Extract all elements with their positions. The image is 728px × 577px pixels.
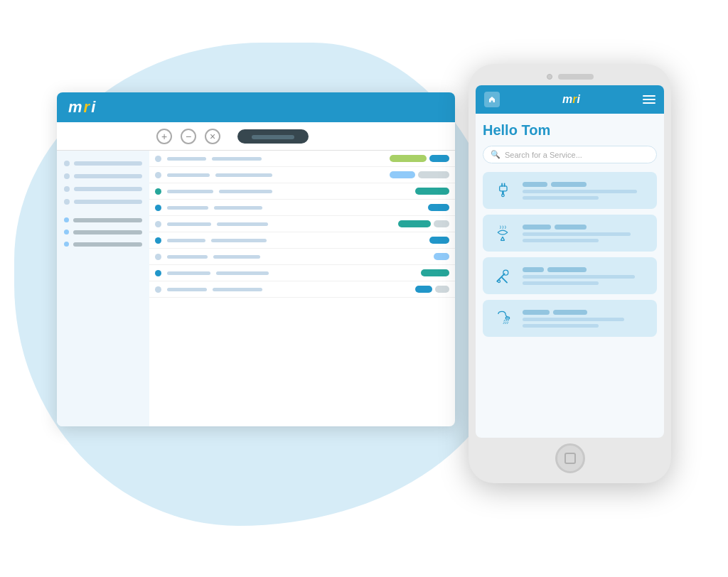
scene: m r i + − × bbox=[0, 0, 728, 577]
bbq-icon bbox=[490, 220, 515, 246]
logo-m: m bbox=[562, 93, 572, 106]
desktop-mockup: m r i + − × bbox=[57, 92, 455, 426]
desktop-main-content bbox=[149, 151, 455, 426]
sidebar-item bbox=[64, 161, 142, 166]
svg-line-10 bbox=[502, 278, 507, 283]
table-row bbox=[149, 200, 455, 216]
svg-line-17 bbox=[503, 322, 505, 324]
sidebar-sub-item bbox=[64, 217, 142, 222]
desktop-sidebar bbox=[57, 151, 149, 426]
table-row bbox=[149, 151, 455, 167]
phone-home-button-area bbox=[555, 443, 585, 473]
svg-line-6 bbox=[503, 237, 505, 240]
svg-point-9 bbox=[503, 270, 508, 275]
table-row bbox=[149, 281, 455, 298]
phone-content: Hello Tom 🔍 Search for a Service... bbox=[476, 114, 664, 438]
action-button[interactable] bbox=[237, 129, 309, 144]
logo-i: i bbox=[91, 98, 95, 117]
service-item-bbq[interactable] bbox=[483, 215, 657, 252]
svg-rect-13 bbox=[505, 317, 509, 319]
table-row bbox=[149, 216, 455, 232]
service-text-bbq bbox=[523, 225, 650, 242]
sidebar-sub-section bbox=[64, 217, 142, 247]
sidebar-item bbox=[64, 173, 142, 179]
logo-m: m bbox=[68, 98, 82, 117]
search-placeholder-text: Search for a Service... bbox=[505, 151, 582, 159]
home-button-inner bbox=[564, 453, 576, 464]
service-text-electricity bbox=[523, 182, 650, 200]
logo-r: r bbox=[84, 98, 90, 117]
phone-header: m r i bbox=[476, 85, 664, 114]
service-item-shower[interactable] bbox=[483, 300, 657, 337]
phone-speaker-area bbox=[547, 74, 594, 80]
phone-mockup: m r i Hello Tom 🔍 Search for a Service..… bbox=[469, 64, 671, 483]
minus-button[interactable]: − bbox=[181, 129, 196, 144]
service-text-shower bbox=[523, 310, 650, 328]
sidebar-item bbox=[64, 199, 142, 205]
search-icon: 🔍 bbox=[491, 150, 500, 159]
table-row bbox=[149, 232, 455, 249]
shower-icon bbox=[490, 306, 515, 331]
desktop-body bbox=[57, 151, 455, 426]
svg-line-19 bbox=[507, 322, 508, 324]
phone-camera bbox=[547, 74, 552, 80]
service-text-tools bbox=[523, 267, 650, 285]
logo-i: i bbox=[577, 93, 580, 106]
desktop-logo: m r i bbox=[68, 98, 95, 117]
svg-point-11 bbox=[498, 280, 500, 282]
phone-screen: m r i Hello Tom 🔍 Search for a Service..… bbox=[476, 85, 664, 438]
svg-line-16 bbox=[508, 320, 509, 322]
close-button[interactable]: × bbox=[205, 129, 220, 144]
table-row bbox=[149, 265, 455, 281]
desktop-header: m r i bbox=[57, 92, 455, 122]
sidebar-sub-item bbox=[64, 242, 142, 247]
svg-rect-2 bbox=[500, 186, 507, 191]
table-row bbox=[149, 167, 455, 183]
svg-line-18 bbox=[505, 322, 506, 324]
phone-speaker bbox=[558, 74, 594, 80]
table-row bbox=[149, 183, 455, 200]
phone-logo: m r i bbox=[562, 93, 580, 106]
svg-line-15 bbox=[505, 320, 507, 322]
search-bar[interactable]: 🔍 Search for a Service... bbox=[483, 146, 657, 163]
service-item-electricity[interactable] bbox=[483, 172, 657, 209]
svg-line-14 bbox=[504, 320, 505, 322]
service-list bbox=[483, 172, 657, 337]
table-row bbox=[149, 249, 455, 265]
sidebar-item bbox=[64, 186, 142, 192]
tools-icon bbox=[490, 263, 515, 288]
desktop-toolbar: + − × bbox=[57, 122, 455, 151]
phone-home-button[interactable] bbox=[555, 443, 585, 473]
svg-line-5 bbox=[500, 237, 503, 240]
greeting-text: Hello Tom bbox=[483, 122, 657, 139]
phone-home-icon[interactable] bbox=[484, 92, 500, 107]
sidebar-sub-item bbox=[64, 230, 142, 234]
service-item-tools[interactable] bbox=[483, 257, 657, 294]
hamburger-menu-icon[interactable] bbox=[643, 95, 655, 104]
plug-icon bbox=[490, 178, 515, 203]
add-button[interactable]: + bbox=[156, 129, 172, 144]
svg-point-4 bbox=[502, 194, 504, 196]
